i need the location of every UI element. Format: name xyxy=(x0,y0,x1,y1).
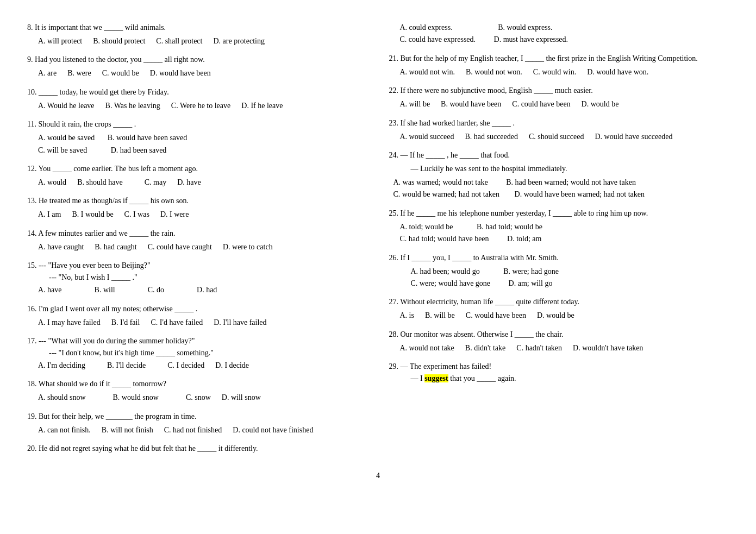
question-20: 20. He did not regret saying what he did… xyxy=(27,443,367,454)
q21-b: B. would not won. xyxy=(466,66,522,78)
question-17: 17. --- "What will you do during the sum… xyxy=(27,335,367,372)
q19-d: D. could not have finished xyxy=(233,424,313,436)
q21-d: D. would have won. xyxy=(587,66,648,78)
q21-c: C. would win. xyxy=(533,66,576,78)
q16-a: A. I may have failed xyxy=(38,317,101,329)
question-25: 25. If he _____ me his telephone number … xyxy=(389,208,729,246)
q19-b: B. will not finish xyxy=(102,424,153,436)
question-28: 28. Our monitor was absent. Otherwise I … xyxy=(389,329,729,354)
question-16: 16. I'm glad I went over all my notes; o… xyxy=(27,303,367,329)
q17-sub: --- "I don't know, but it's high time __… xyxy=(27,349,367,357)
q17-c: C. I decided xyxy=(167,360,204,372)
page-number: 4 xyxy=(27,472,729,480)
q28-options: A. would not take B. didn't take C. hadn… xyxy=(389,342,729,354)
q20-row1: A. could express. B. would express. xyxy=(400,22,729,34)
q26-row1: A. had been; would go B. were; had gone xyxy=(411,266,729,278)
page: 8. It is important that we _____ wild an… xyxy=(27,22,729,461)
q9-b: B. were xyxy=(67,67,91,79)
q24-sub: — Luckily he was sent to the hospital im… xyxy=(389,163,729,174)
q15-text: 15. --- "Have you ever been to Beijing?" xyxy=(27,260,367,271)
q24-d: D. would have been warned; had not taken xyxy=(515,190,645,198)
q10-b: B. Was he leaving xyxy=(105,100,160,112)
question-13: 13. He treated me as though/as if _____ … xyxy=(27,195,367,221)
q27-text: 27. Without electricity, human life ____… xyxy=(389,296,729,307)
q19-options: A. can not finish. B. will not finish C.… xyxy=(27,424,367,436)
q13-a: A. I am xyxy=(38,209,61,221)
question-19: 19. But for their help, we _______ the p… xyxy=(27,411,367,436)
q8-d: D. are protecting xyxy=(213,35,264,47)
question-9: 9. Had you listened to the doctor, you _… xyxy=(27,54,367,79)
q16-b: B. I'd fail xyxy=(111,317,140,329)
q21-options: A. would not win. B. would not won. C. w… xyxy=(389,66,729,78)
q27-a: A. is xyxy=(400,310,414,322)
q19-c: C. had not finished xyxy=(164,424,222,436)
question-8: 8. It is important that we _____ wild an… xyxy=(27,22,367,47)
q18-options: A. should snow B. would snow C. snow D. … xyxy=(27,392,367,404)
q19-a: A. can not finish. xyxy=(38,424,91,436)
q27-d: D. would be xyxy=(537,310,574,322)
q11-c: C. will be saved xyxy=(38,146,87,154)
q15-d: D. had xyxy=(197,284,217,296)
q24-text: 24. — If he _____ , he _____ that food. xyxy=(389,149,729,161)
question-29: 29. — The experiment has failed! — I sug… xyxy=(389,361,729,383)
q15-c: C. do xyxy=(148,284,164,296)
q25-row2: C. had told; would have been D. told; am xyxy=(400,233,729,245)
q13-text: 13. He treated me as though/as if _____ … xyxy=(27,195,367,206)
q18-c: C. snow xyxy=(186,392,211,404)
question-26: 26. If I _____ you, I _____ to Australia… xyxy=(389,252,729,290)
q26-c: C. were; would have gone xyxy=(411,279,491,287)
q29-highlight: suggest xyxy=(424,374,448,382)
question-14: 14. A few minutes earlier and we _____ t… xyxy=(27,228,367,253)
q29-text: 29. — The experiment has failed! xyxy=(389,361,729,372)
q10-c: C. Were he to leave xyxy=(171,100,230,112)
q13-b: B. I would be xyxy=(72,209,113,221)
q8-b: B. should protect xyxy=(93,35,145,47)
q27-c: C. would have been xyxy=(466,310,526,322)
q10-d: D. If he leave xyxy=(241,100,283,112)
q25-d: D. told; am xyxy=(507,235,541,243)
q12-c: C. may xyxy=(145,177,166,189)
q26-options: A. had been; would go B. were; had gone … xyxy=(389,266,729,290)
q22-c: C. could have been xyxy=(512,98,570,110)
q28-text: 28. Our monitor was absent. Otherwise I … xyxy=(389,329,729,340)
q8-c: C. shall protect xyxy=(156,35,202,47)
q10-options: A. Would he leave B. Was he leaving C. W… xyxy=(27,100,367,112)
q26-d: D. am; will go xyxy=(509,279,553,287)
q18-text: 18. What should we do if it _____ tomorr… xyxy=(27,378,367,389)
question-24: 24. — If he _____ , he _____ that food. … xyxy=(389,149,729,201)
q15-options: A. have B. will C. do D. had xyxy=(27,284,367,296)
q14-options: A. have caught B. had caught C. could ha… xyxy=(27,241,367,253)
q17-a: A. I'm deciding xyxy=(38,360,85,372)
q13-d: D. I were xyxy=(160,209,189,221)
q11-a: A. would be saved xyxy=(38,134,95,142)
q14-a: A. have caught xyxy=(38,241,84,253)
q23-text: 23. If she had worked harder, she _____ … xyxy=(389,117,729,129)
q15-b: B. will xyxy=(95,284,115,296)
q22-a: A. will be xyxy=(400,98,430,110)
q13-options: A. I am B. I would be C. I was D. I were xyxy=(27,209,367,221)
right-column: A. could express. B. would express. C. c… xyxy=(389,22,729,461)
q18-a: A. should snow xyxy=(38,392,86,404)
q22-text: 22. If there were no subjunctive mood, E… xyxy=(389,85,729,96)
q9-a: A. are xyxy=(38,67,57,79)
q21-a: A. would not win. xyxy=(400,66,455,78)
q14-c: C. could have caught xyxy=(148,241,212,253)
q18-d: D. will snow xyxy=(222,392,261,404)
question-11: 11. Should it rain, the crops _____ . A.… xyxy=(27,118,367,156)
q17-b: B. I'll decide xyxy=(107,360,146,372)
q16-d: D. I'll have failed xyxy=(214,317,266,329)
q23-d: D. would have succeeded xyxy=(595,131,672,143)
q24-a: A. was warned; would not take xyxy=(393,178,488,186)
q19-text: 19. But for their help, we _______ the p… xyxy=(27,411,367,422)
q24-c: C. would be warned; had not taken xyxy=(393,190,500,198)
q17-options: A. I'm deciding B. I'll decide C. I deci… xyxy=(27,360,367,372)
q14-d: D. were to catch xyxy=(223,241,273,253)
question-10: 10. _____ today, he would get there by F… xyxy=(27,86,367,112)
q25-options: A. told; would be B. had told; would be … xyxy=(389,221,729,246)
question-15: 15. --- "Have you ever been to Beijing?"… xyxy=(27,260,367,296)
q24-row2: C. would be warned; had not taken D. wou… xyxy=(393,189,729,200)
q11-d: D. had been saved xyxy=(111,146,167,154)
q20-a: A. could express. xyxy=(400,23,453,32)
q23-b: B. had succeeded xyxy=(465,131,518,143)
q25-text: 25. If he _____ me his telephone number … xyxy=(389,208,729,219)
